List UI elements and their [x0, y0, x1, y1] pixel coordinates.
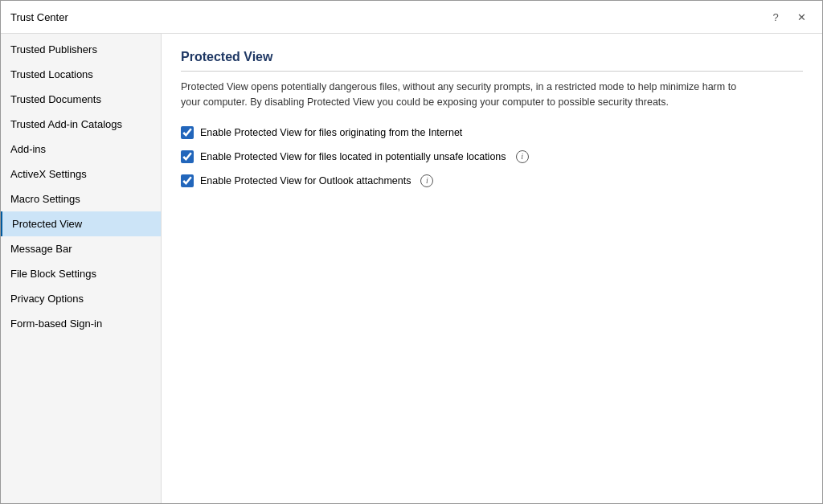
close-button[interactable]: ✕ — [790, 7, 813, 27]
title-bar-controls: ? ✕ — [764, 7, 813, 27]
cb-internet-label: Enable Protected View for files originat… — [200, 127, 462, 138]
sidebar-item-trusted-locations[interactable]: Trusted Locations — [1, 62, 161, 87]
checkbox-item-cb-unsafe-locations: Enable Protected View for files located … — [181, 150, 803, 163]
dialog-content: Trusted PublishersTrusted LocationsTrust… — [1, 34, 822, 503]
sidebar-item-macro-settings[interactable]: Macro Settings — [1, 186, 161, 211]
dialog-title: Trust Center — [10, 11, 68, 23]
checkbox-item-cb-internet: Enable Protected View for files originat… — [181, 126, 803, 139]
cb-outlook-info-icon[interactable]: i — [420, 174, 433, 187]
section-title: Protected View — [181, 50, 803, 72]
sidebar-item-form-based-sign-in[interactable]: Form-based Sign-in — [1, 311, 161, 336]
checkbox-item-cb-outlook: Enable Protected View for Outlook attach… — [181, 174, 803, 187]
trust-center-dialog: Trust Center ? ✕ Trusted PublishersTrust… — [0, 0, 823, 504]
section-description: Protected View opens potentially dangero… — [181, 80, 743, 110]
help-button[interactable]: ? — [764, 7, 787, 27]
title-bar: Trust Center ? ✕ — [1, 1, 822, 34]
cb-unsafe-locations-label: Enable Protected View for files located … — [200, 151, 506, 162]
sidebar-item-file-block-settings[interactable]: File Block Settings — [1, 261, 161, 286]
sidebar-item-trusted-add-in-catalogs[interactable]: Trusted Add-in Catalogs — [1, 112, 161, 137]
cb-outlook-label: Enable Protected View for Outlook attach… — [200, 175, 411, 186]
sidebar-item-add-ins[interactable]: Add-ins — [1, 137, 161, 162]
sidebar: Trusted PublishersTrusted LocationsTrust… — [1, 34, 162, 503]
sidebar-item-privacy-options[interactable]: Privacy Options — [1, 286, 161, 311]
cb-unsafe-locations-checkbox[interactable] — [181, 150, 194, 163]
cb-internet-checkbox[interactable] — [181, 126, 194, 139]
cb-outlook-checkbox[interactable] — [181, 174, 194, 187]
sidebar-item-trusted-publishers[interactable]: Trusted Publishers — [1, 37, 161, 62]
sidebar-item-trusted-documents[interactable]: Trusted Documents — [1, 87, 161, 112]
cb-unsafe-locations-info-icon[interactable]: i — [516, 150, 529, 163]
checkboxes-container: Enable Protected View for files originat… — [181, 126, 803, 187]
sidebar-item-activex-settings[interactable]: ActiveX Settings — [1, 162, 161, 186]
sidebar-item-protected-view[interactable]: Protected View — [1, 211, 161, 236]
sidebar-item-message-bar[interactable]: Message Bar — [1, 236, 161, 261]
main-panel: Protected View Protected View opens pote… — [162, 34, 822, 503]
